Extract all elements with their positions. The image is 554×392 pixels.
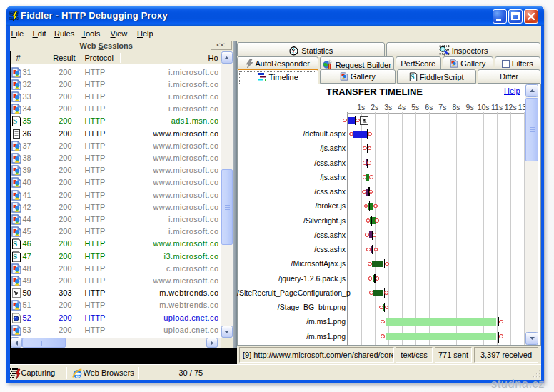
svg-text:S: S — [13, 252, 17, 261]
svg-text:S: S — [411, 74, 414, 81]
svg-text:S: S — [13, 116, 17, 125]
svg-text:S: S — [13, 239, 17, 248]
